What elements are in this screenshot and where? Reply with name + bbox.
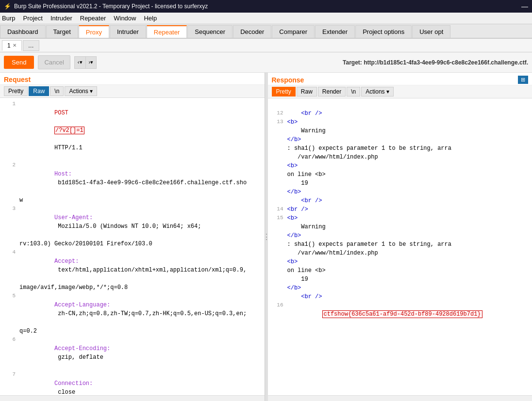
tab-extender[interactable]: Extender: [315, 25, 355, 38]
line-num: [4, 196, 16, 205]
repeater-toolbar: Send Cancel ‹▾ ›▾ Target: http://b1d185c…: [0, 52, 532, 73]
line-content: Host: b1d185c1-4fa3-4ee9-99c6-c8e8c2ee16…: [19, 161, 261, 196]
tab-repeater[interactable]: Repeater: [147, 25, 187, 38]
actions-chevron-icon: ▾: [386, 88, 389, 95]
response-line-b4: <b>: [268, 257, 532, 266]
request-title: Request: [4, 76, 261, 83]
tab-sequencer[interactable]: Sequencer: [187, 25, 233, 38]
response-line-16: 16 ctfshow{636c5a61-af9d-452d-bf89-4928d…: [268, 301, 532, 327]
line-num: 5: [4, 292, 16, 327]
tab-dashboard[interactable]: Dashboard: [0, 25, 46, 38]
response-line-19b: 19: [268, 275, 532, 284]
response-line-sha1-2: : sha1() expects parameter 1 to be strin…: [268, 240, 532, 249]
more-tabs-label: …: [28, 42, 34, 49]
response-line-b2: <b>: [268, 161, 532, 170]
http-method: POST: [54, 110, 68, 116]
response-line-br2: <br />: [268, 292, 532, 301]
response-line-online1: on line <b>: [268, 170, 532, 179]
menu-intruder[interactable]: Intruder: [50, 15, 72, 22]
request-line-6: 6 Accept-Encoding: gzip, deflate: [0, 336, 265, 370]
request-line-5cont: q=0.2: [0, 327, 265, 336]
request-scrollbar-h[interactable]: [0, 395, 265, 401]
response-line-closeb3: </b>: [268, 231, 532, 240]
request-line-3cont: rv:103.0) Gecko/20100101 Firefox/103.0: [0, 240, 265, 248]
http-version: HTTP/1.1: [54, 144, 83, 151]
response-line-closeb2: </b>: [268, 188, 532, 196]
response-line-sha1-1: : sha1() expects parameter 1 to be strin…: [268, 144, 532, 153]
request-tab-raw[interactable]: Raw: [29, 86, 49, 96]
line-num: 3: [4, 205, 16, 240]
response-line-warning1: Warning: [268, 127, 532, 135]
menu-window[interactable]: Window: [114, 15, 136, 22]
cancel-button[interactable]: Cancel: [38, 55, 70, 69]
response-line-19a: 19: [268, 179, 532, 188]
minimize-button[interactable]: —: [521, 2, 528, 10]
menu-project[interactable]: Project: [23, 15, 42, 22]
main-content: Request Pretty Raw \n Actions ▾ 1 POST /…: [0, 73, 532, 401]
response-line-15: 15 <b>: [268, 214, 532, 223]
target-label: Target: http://b1d185c1-4fa3-4ee9-99c6-c…: [343, 59, 528, 66]
repeater-tab-more[interactable]: …: [23, 40, 39, 51]
send-button[interactable]: Send: [4, 56, 34, 69]
window-title: Burp Suite Professional v2021.2 - Tempor…: [14, 3, 208, 10]
request-tab-actions[interactable]: Actions ▾: [65, 86, 97, 96]
tab-decoder[interactable]: Decoder: [233, 25, 271, 38]
response-title: Response: [272, 76, 516, 84]
response-line-14: 14 <br />: [268, 205, 532, 214]
tab-intruder[interactable]: Intruder: [110, 25, 146, 38]
line-num: [4, 240, 16, 248]
request-header: Request: [0, 73, 265, 85]
line-num: 4: [4, 248, 16, 283]
toggle-layout-button[interactable]: ⊞: [518, 76, 528, 84]
response-line-empty: [268, 100, 532, 109]
nav-fwd-button[interactable]: ›▾: [85, 56, 97, 69]
menu-repeater[interactable]: Repeater: [80, 15, 106, 22]
request-view-tabs: Pretty Raw \n Actions ▾: [0, 85, 265, 98]
tab-comparer[interactable]: Comparer: [272, 25, 315, 38]
request-line-7: 7 Connection: close: [0, 370, 265, 395]
menu-burp[interactable]: Burp: [2, 15, 15, 22]
line-content: POST /?v2[]=1 HTTP/1.1: [19, 100, 261, 161]
ctf-flag: ctfshow{636c5a61-af9d-452d-bf89-4928d619…: [322, 310, 482, 318]
request-tab-pretty[interactable]: Pretty: [4, 86, 28, 96]
title-bar: ⚡ Burp Suite Professional v2021.2 - Temp…: [0, 0, 532, 13]
response-tab-raw[interactable]: Raw: [297, 87, 317, 96]
close-tab-1-icon[interactable]: ✕: [13, 43, 17, 48]
response-tab-pretty[interactable]: Pretty: [272, 87, 296, 96]
response-line-path1: /var/www/html/index.php: [268, 153, 532, 161]
response-tab-actions[interactable]: Actions ▾: [361, 87, 393, 96]
line-num: 1: [4, 100, 16, 161]
main-tab-bar: Dashboard Target Proxy Intruder Repeater…: [0, 24, 532, 39]
tab-project-options[interactable]: Project options: [355, 25, 412, 38]
response-tab-newline[interactable]: \n: [347, 87, 360, 96]
tab-target[interactable]: Target: [46, 25, 78, 38]
request-tab-newline[interactable]: \n: [50, 86, 64, 96]
response-view-tabs: Pretty Raw Render \n Actions ▾: [268, 85, 532, 98]
tab-proxy[interactable]: Proxy: [79, 25, 109, 38]
response-line-br1: <br />: [268, 196, 532, 205]
response-line-closeb4: </b>: [268, 284, 532, 292]
request-line-4cont: image/avif,image/webp,*/*;q=0.8: [0, 283, 265, 292]
request-code-area[interactable]: 1 POST /?v2[]=1 HTTP/1.1 2 Host: b1d185c…: [0, 98, 265, 395]
response-line-warning2: Warning: [268, 223, 532, 231]
actions-chevron-icon: ▾: [90, 88, 93, 95]
http-path: /?v2[]=1: [54, 127, 84, 134]
response-scrollbar-h[interactable]: [268, 395, 532, 401]
repeater-tab-1-label: 1: [7, 42, 11, 49]
request-line-5: 5 Accept-Language: zh-CN,zh;q=0.8,zh-TW;…: [0, 292, 265, 327]
repeater-tab-1[interactable]: 1 ✕: [2, 40, 22, 51]
request-line-2: 2 Host: b1d185c1-4fa3-4ee9-99c6-c8e8c2ee…: [0, 161, 265, 196]
response-code-area[interactable]: 12 <br /> 13 <b> Warning </b> : sha1() e…: [268, 98, 532, 395]
response-panel: Response ⊞ Pretty Raw Render \n Actions …: [268, 73, 532, 401]
request-line-3: 3 User-Agent: Mozilla/5.0 (Windows NT 10…: [0, 205, 265, 240]
repeater-tab-bar: 1 ✕ …: [0, 39, 532, 52]
nav-back-button[interactable]: ‹▾: [74, 56, 85, 69]
response-line-12: 12 <br />: [268, 109, 532, 118]
tab-user-options[interactable]: User opt: [412, 25, 450, 38]
response-header: Response ⊞: [268, 73, 532, 85]
response-line-closeb1: </b>: [268, 135, 532, 144]
line-num: 7: [4, 370, 16, 395]
menu-bar: Burp Project Intruder Repeater Window He…: [0, 13, 532, 24]
response-tab-render[interactable]: Render: [318, 87, 346, 96]
menu-help[interactable]: Help: [144, 15, 157, 22]
